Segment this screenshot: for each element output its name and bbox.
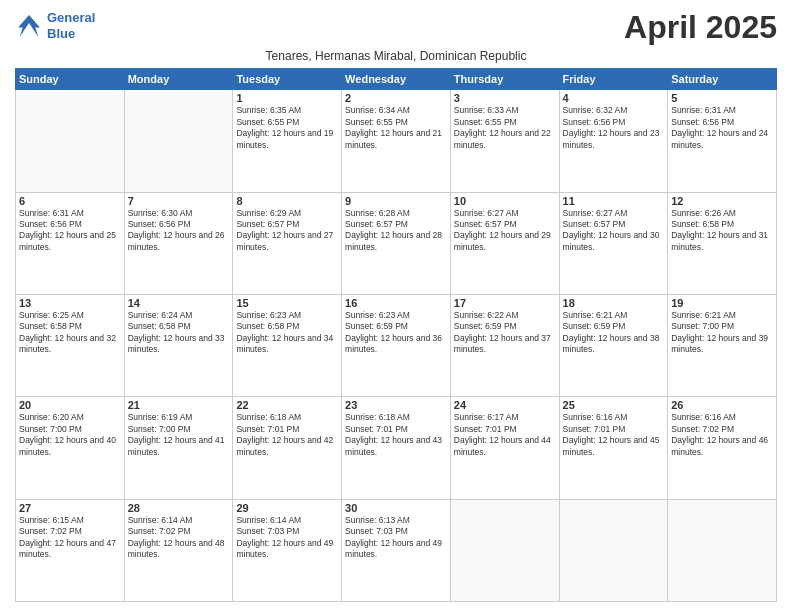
day-info: Sunrise: 6:35 AMSunset: 6:55 PMDaylight:… [236,105,338,151]
day-number: 9 [345,195,447,207]
calendar-cell [124,90,233,192]
day-info: Sunrise: 6:13 AMSunset: 7:03 PMDaylight:… [345,515,447,561]
calendar-week-row: 13Sunrise: 6:25 AMSunset: 6:58 PMDayligh… [16,294,777,396]
day-info: Sunrise: 6:20 AMSunset: 7:00 PMDaylight:… [19,412,121,458]
day-info: Sunrise: 6:33 AMSunset: 6:55 PMDaylight:… [454,105,556,151]
calendar-day-header: Saturday [668,69,777,90]
calendar-cell [559,499,668,601]
subtitle: Tenares, Hermanas Mirabal, Dominican Rep… [15,49,777,63]
calendar-cell: 16Sunrise: 6:23 AMSunset: 6:59 PMDayligh… [342,294,451,396]
day-number: 24 [454,399,556,411]
day-number: 3 [454,92,556,104]
calendar-cell: 3Sunrise: 6:33 AMSunset: 6:55 PMDaylight… [450,90,559,192]
calendar-cell: 6Sunrise: 6:31 AMSunset: 6:56 PMDaylight… [16,192,125,294]
day-info: Sunrise: 6:23 AMSunset: 6:59 PMDaylight:… [345,310,447,356]
calendar-cell: 19Sunrise: 6:21 AMSunset: 7:00 PMDayligh… [668,294,777,396]
calendar-cell: 30Sunrise: 6:13 AMSunset: 7:03 PMDayligh… [342,499,451,601]
day-number: 17 [454,297,556,309]
day-number: 7 [128,195,230,207]
day-number: 27 [19,502,121,514]
day-info: Sunrise: 6:14 AMSunset: 7:03 PMDaylight:… [236,515,338,561]
calendar-cell: 28Sunrise: 6:14 AMSunset: 7:02 PMDayligh… [124,499,233,601]
day-number: 25 [563,399,665,411]
calendar-cell: 21Sunrise: 6:19 AMSunset: 7:00 PMDayligh… [124,397,233,499]
calendar-week-row: 6Sunrise: 6:31 AMSunset: 6:56 PMDaylight… [16,192,777,294]
day-number: 15 [236,297,338,309]
calendar-cell: 25Sunrise: 6:16 AMSunset: 7:01 PMDayligh… [559,397,668,499]
day-info: Sunrise: 6:16 AMSunset: 7:01 PMDaylight:… [563,412,665,458]
day-info: Sunrise: 6:28 AMSunset: 6:57 PMDaylight:… [345,208,447,254]
logo-line1: General [47,10,95,26]
calendar-cell: 20Sunrise: 6:20 AMSunset: 7:00 PMDayligh… [16,397,125,499]
day-number: 13 [19,297,121,309]
calendar-cell: 14Sunrise: 6:24 AMSunset: 6:58 PMDayligh… [124,294,233,396]
calendar-day-header: Monday [124,69,233,90]
calendar-cell: 29Sunrise: 6:14 AMSunset: 7:03 PMDayligh… [233,499,342,601]
day-number: 10 [454,195,556,207]
calendar-cell: 24Sunrise: 6:17 AMSunset: 7:01 PMDayligh… [450,397,559,499]
calendar-cell: 13Sunrise: 6:25 AMSunset: 6:58 PMDayligh… [16,294,125,396]
header: General Blue April 2025 [15,10,777,45]
day-number: 11 [563,195,665,207]
calendar-cell: 11Sunrise: 6:27 AMSunset: 6:57 PMDayligh… [559,192,668,294]
day-info: Sunrise: 6:23 AMSunset: 6:58 PMDaylight:… [236,310,338,356]
calendar-cell: 4Sunrise: 6:32 AMSunset: 6:56 PMDaylight… [559,90,668,192]
calendar-cell: 26Sunrise: 6:16 AMSunset: 7:02 PMDayligh… [668,397,777,499]
title-block: April 2025 [624,10,777,45]
calendar-cell: 12Sunrise: 6:26 AMSunset: 6:58 PMDayligh… [668,192,777,294]
day-info: Sunrise: 6:27 AMSunset: 6:57 PMDaylight:… [563,208,665,254]
calendar-day-header: Sunday [16,69,125,90]
day-info: Sunrise: 6:25 AMSunset: 6:58 PMDaylight:… [19,310,121,356]
calendar-cell: 5Sunrise: 6:31 AMSunset: 6:56 PMDaylight… [668,90,777,192]
day-info: Sunrise: 6:31 AMSunset: 6:56 PMDaylight:… [19,208,121,254]
day-number: 30 [345,502,447,514]
day-number: 21 [128,399,230,411]
day-number: 28 [128,502,230,514]
day-info: Sunrise: 6:29 AMSunset: 6:57 PMDaylight:… [236,208,338,254]
day-number: 22 [236,399,338,411]
calendar-cell: 17Sunrise: 6:22 AMSunset: 6:59 PMDayligh… [450,294,559,396]
calendar-cell: 10Sunrise: 6:27 AMSunset: 6:57 PMDayligh… [450,192,559,294]
page: General Blue April 2025 Tenares, Hermana… [0,0,792,612]
calendar-cell: 7Sunrise: 6:30 AMSunset: 6:56 PMDaylight… [124,192,233,294]
calendar-cell: 22Sunrise: 6:18 AMSunset: 7:01 PMDayligh… [233,397,342,499]
logo-text: General Blue [47,10,95,41]
day-info: Sunrise: 6:17 AMSunset: 7:01 PMDaylight:… [454,412,556,458]
day-number: 14 [128,297,230,309]
day-info: Sunrise: 6:21 AMSunset: 7:00 PMDaylight:… [671,310,773,356]
day-number: 12 [671,195,773,207]
day-number: 2 [345,92,447,104]
day-number: 29 [236,502,338,514]
month-title: April 2025 [624,10,777,45]
calendar-cell [450,499,559,601]
day-info: Sunrise: 6:21 AMSunset: 6:59 PMDaylight:… [563,310,665,356]
calendar-cell: 27Sunrise: 6:15 AMSunset: 7:02 PMDayligh… [16,499,125,601]
day-info: Sunrise: 6:16 AMSunset: 7:02 PMDaylight:… [671,412,773,458]
logo-line2: Blue [47,26,95,42]
day-info: Sunrise: 6:31 AMSunset: 6:56 PMDaylight:… [671,105,773,151]
day-info: Sunrise: 6:24 AMSunset: 6:58 PMDaylight:… [128,310,230,356]
day-info: Sunrise: 6:19 AMSunset: 7:00 PMDaylight:… [128,412,230,458]
day-info: Sunrise: 6:14 AMSunset: 7:02 PMDaylight:… [128,515,230,561]
day-number: 5 [671,92,773,104]
calendar-week-row: 20Sunrise: 6:20 AMSunset: 7:00 PMDayligh… [16,397,777,499]
calendar-cell: 23Sunrise: 6:18 AMSunset: 7:01 PMDayligh… [342,397,451,499]
calendar-cell: 9Sunrise: 6:28 AMSunset: 6:57 PMDaylight… [342,192,451,294]
calendar-cell: 1Sunrise: 6:35 AMSunset: 6:55 PMDaylight… [233,90,342,192]
calendar-cell [16,90,125,192]
calendar-day-header: Thursday [450,69,559,90]
calendar-day-header: Wednesday [342,69,451,90]
calendar-header-row: SundayMondayTuesdayWednesdayThursdayFrid… [16,69,777,90]
day-info: Sunrise: 6:18 AMSunset: 7:01 PMDaylight:… [236,412,338,458]
day-info: Sunrise: 6:27 AMSunset: 6:57 PMDaylight:… [454,208,556,254]
calendar-cell [668,499,777,601]
logo-icon [15,12,43,40]
calendar: SundayMondayTuesdayWednesdayThursdayFrid… [15,68,777,602]
day-info: Sunrise: 6:26 AMSunset: 6:58 PMDaylight:… [671,208,773,254]
calendar-cell: 18Sunrise: 6:21 AMSunset: 6:59 PMDayligh… [559,294,668,396]
day-number: 6 [19,195,121,207]
day-info: Sunrise: 6:22 AMSunset: 6:59 PMDaylight:… [454,310,556,356]
calendar-day-header: Tuesday [233,69,342,90]
logo: General Blue [15,10,95,41]
day-number: 8 [236,195,338,207]
